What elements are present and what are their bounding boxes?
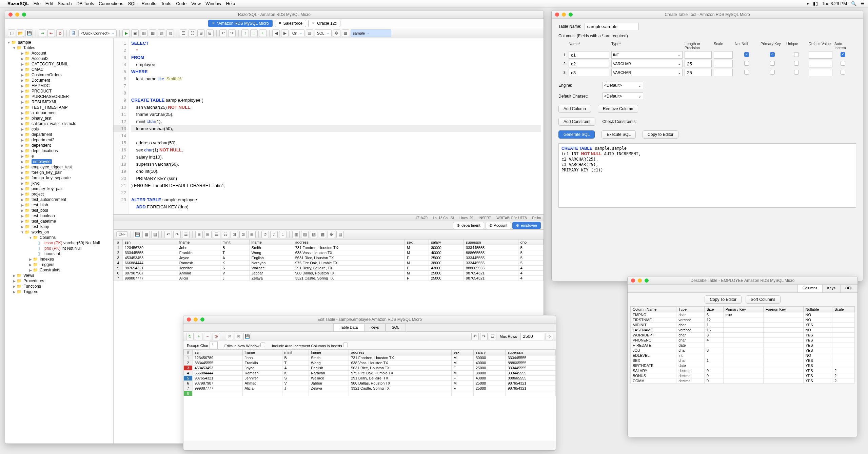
table-row[interactable]: FIRSTNMEvarchar12NO [631, 317, 855, 323]
redo-icon[interactable]: ↷ [480, 333, 488, 340]
off-button[interactable]: OFF [116, 231, 128, 237]
result-tab[interactable]: ⊗employee [512, 222, 541, 229]
tree-column[interactable]: ▯pno (PK) int Not Null [5, 246, 113, 251]
schema-select[interactable]: sample⌄ [351, 29, 391, 37]
dt-tab-ddl[interactable]: DDL [840, 285, 857, 292]
table-row[interactable]: PHONENOchar4YES [631, 338, 855, 343]
tree-table-foreign_key_separate[interactable]: ▶📁foreign_key_separate [5, 175, 113, 181]
lang-select[interactable]: SQL⌄ [315, 29, 332, 37]
wifi-icon[interactable]: ▾ [807, 1, 809, 6]
dt-header[interactable]: Primary Key [723, 307, 763, 312]
dt-header[interactable]: Type [676, 307, 705, 312]
col-len-input[interactable] [685, 60, 712, 67]
copy-icon[interactable]: ⎘ [226, 333, 233, 340]
run-icon[interactable]: ▶ [122, 29, 130, 37]
table-row[interactable]: EMPNOchar6trueNO [631, 312, 855, 317]
tree-table-california_water_districts[interactable]: ▶📁california_water_districts [5, 121, 113, 126]
et-header[interactable]: salary [473, 350, 506, 355]
tree-table-jkhkj[interactable]: ▶📁jkhkj [5, 181, 113, 186]
tb-btn[interactable]: ▤ [306, 29, 313, 37]
dt-header[interactable]: Column Name [631, 307, 676, 312]
tree-folder[interactable]: ▶📁Views [5, 273, 113, 278]
tree-column[interactable]: ▯essn (PK) varchar(50) Not Null [5, 240, 113, 246]
redo-icon[interactable]: ↷ [228, 29, 236, 37]
tb-btn[interactable]: ▧ [158, 29, 165, 37]
db-icon[interactable]: 🗄 [70, 29, 77, 37]
sql-output[interactable]: CREATE TABLE sample.sample (c1 INT NOT N… [558, 143, 856, 208]
table-row[interactable]: LASTNAMEvarchar15NO [631, 328, 855, 333]
menu-edit[interactable]: Edit [45, 1, 53, 6]
fwd-icon[interactable]: ▶ [281, 29, 289, 37]
tb-btn[interactable]: ▣ [131, 29, 139, 37]
tree-folder[interactable]: ▶📁Indexes [5, 256, 113, 262]
tree-table-CustomerOrders[interactable]: ▶📁CustomerOrders [5, 72, 113, 78]
tree-table-CATEGORY_SUNIL[interactable]: ▶📁CATEGORY_SUNIL [5, 61, 113, 67]
tree-folder[interactable]: ▶📁Triggers [5, 289, 113, 294]
table-row[interactable]: COMMdecimal9YES2 [631, 378, 855, 384]
result-header[interactable]: minit [220, 240, 250, 245]
tree-table-cols[interactable]: ▶📁cols [5, 126, 113, 132]
generate-sql-button[interactable]: Generate SQL [558, 130, 595, 139]
close-tab-icon[interactable]: ⊗ [457, 223, 460, 228]
pk-checkbox[interactable] [770, 52, 775, 57]
engine-select[interactable]: <Default>⌄ [603, 82, 643, 89]
table-row[interactable]: EDLEVELintNO [631, 353, 855, 358]
tb-btn[interactable]: ⚙ [333, 29, 340, 37]
col-len-input[interactable] [685, 51, 712, 59]
add-column-button[interactable]: Add Column [558, 105, 591, 113]
result-header[interactable]: dno [518, 240, 543, 245]
col-name-input[interactable] [569, 69, 609, 76]
escape-input[interactable] [210, 342, 218, 349]
et-header[interactable]: fname [242, 350, 282, 355]
unique-checkbox[interactable] [794, 61, 799, 66]
tree-folder[interactable]: ▶📁Procedures [5, 278, 113, 284]
et-header[interactable]: ssn [193, 350, 243, 355]
close-tab-icon[interactable]: ✕ [212, 21, 215, 25]
default-input[interactable] [809, 60, 832, 67]
tree-table-test_datetime[interactable]: ▶📁test_datetime [5, 219, 113, 224]
tb-btn[interactable]: ☷ [189, 29, 196, 37]
tb-btn[interactable]: ▦ [149, 29, 156, 37]
table-row[interactable]: JOBchar8YES [631, 348, 855, 353]
nav-up-icon[interactable]: ↑ [241, 29, 249, 37]
maxrows-input[interactable] [520, 333, 544, 340]
charset-select[interactable]: <Default>⌄ [603, 92, 643, 100]
add-icon[interactable]: ＋ [195, 333, 202, 340]
tb-btn[interactable]: ▥ [140, 29, 147, 37]
table-name-input[interactable] [585, 23, 639, 30]
undo-icon[interactable]: ↶ [219, 29, 227, 37]
et-tab-keys[interactable]: Keys [364, 324, 385, 331]
result-header[interactable]: lname [249, 240, 293, 245]
tree-table-dept_locations[interactable]: ▶📁dept_locations [5, 148, 113, 153]
tb-btn[interactable]: ⊠ [239, 231, 247, 238]
menu-file[interactable]: File [34, 1, 41, 6]
table-row[interactable]: 4666884444RameshKNarayan975 Fire Oak, Hu… [114, 261, 544, 266]
connection-tab[interactable]: ✕Salesforce [275, 20, 307, 27]
redo-icon[interactable]: ↷ [173, 231, 181, 238]
et-tab-sql[interactable]: SQL [386, 324, 406, 331]
tree-table-RESUMEXML[interactable]: ▶📁RESUMEXML [5, 99, 113, 105]
unique-checkbox[interactable] [794, 70, 799, 75]
menu-search[interactable]: Search [58, 1, 72, 6]
execute-sql-button[interactable]: Execute SQL [601, 130, 636, 139]
result-tab[interactable]: ⊗Account [486, 222, 511, 229]
connection-tab[interactable]: ✕Oracle 12c [308, 20, 340, 27]
table-row[interactable]: 3453453453JoyceAEnglish5631 Rice, Housto… [184, 366, 556, 371]
paste-icon[interactable]: ⎗ [235, 333, 242, 340]
minimize-icon[interactable] [638, 278, 642, 283]
stop-icon[interactable]: ⊘ [56, 29, 64, 37]
copy-to-editor-button[interactable]: Copy To Editor [705, 295, 742, 304]
tree-table-Account2[interactable]: ▶📁Account2 [5, 56, 113, 61]
result-header[interactable]: fname [177, 240, 220, 245]
tree-folder[interactable]: ▶📁Triggers [5, 262, 113, 267]
tree-table-test_boolean[interactable]: ▶📁test_boolean [5, 213, 113, 219]
dt-header[interactable]: Size [704, 307, 723, 312]
col-scale-input[interactable] [714, 51, 733, 59]
pk-checkbox[interactable] [770, 61, 775, 66]
on-select[interactable]: On⌄ [290, 29, 304, 37]
close-icon[interactable] [8, 13, 13, 17]
tb-btn[interactable]: ⤴ [270, 231, 278, 238]
tb-btn[interactable]: ⤵ [279, 231, 287, 238]
tree-column[interactable]: ▯hours int [5, 251, 113, 256]
et-tab-table-data[interactable]: Table Data [333, 324, 364, 331]
